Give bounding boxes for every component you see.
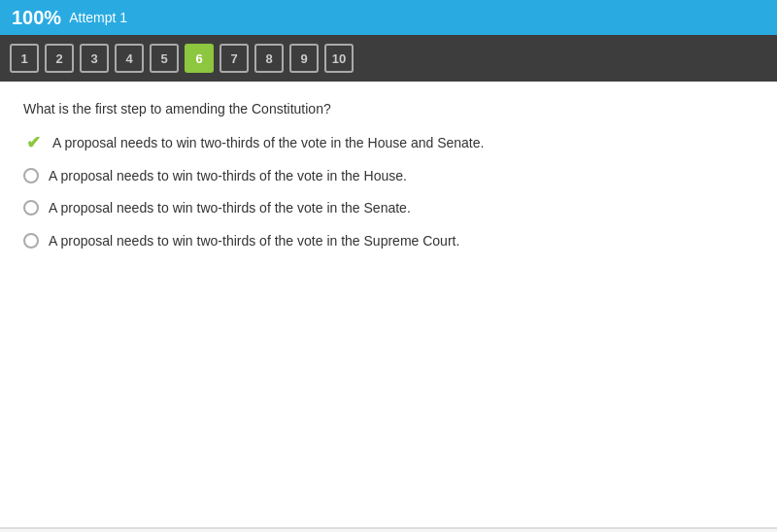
- nav-button-5[interactable]: 5: [150, 44, 179, 73]
- answer-option-4: A proposal needs to win two-thirds of th…: [23, 232, 754, 251]
- nav-button-7[interactable]: 7: [220, 44, 249, 73]
- attempt-label: Attempt 1: [69, 10, 127, 25]
- answer-text-3: A proposal needs to win two-thirds of th…: [49, 199, 411, 218]
- answer-text-2: A proposal needs to win two-thirds of th…: [49, 167, 407, 186]
- correct-checkmark-icon: ✔: [23, 133, 43, 152]
- question-text: What is the first step to amending the C…: [23, 101, 754, 116]
- nav-button-2[interactable]: 2: [45, 44, 74, 73]
- nav-button-8[interactable]: 8: [254, 44, 284, 73]
- nav-button-6[interactable]: 6: [185, 44, 214, 73]
- radio-circle-icon: [23, 233, 39, 249]
- answer-option-1: ✔A proposal needs to win two-thirds of t…: [23, 134, 754, 153]
- answer-text-4: A proposal needs to win two-thirds of th…: [49, 232, 459, 251]
- answer-text-1: A proposal needs to win two-thirds of th…: [52, 134, 484, 153]
- answer-option-3: A proposal needs to win two-thirds of th…: [23, 199, 754, 218]
- radio-circle-icon: [23, 168, 39, 183]
- answers-list: ✔A proposal needs to win two-thirds of t…: [23, 134, 754, 250]
- header-bar: 100% Attempt 1: [0, 0, 777, 35]
- footer-bar: ✓ Submitted: [0, 528, 777, 532]
- radio-circle-icon: [23, 200, 39, 216]
- nav-button-9[interactable]: 9: [289, 44, 319, 73]
- nav-button-3[interactable]: 3: [80, 44, 109, 73]
- question-nav-bar: 12345678910: [0, 35, 777, 82]
- nav-button-1[interactable]: 1: [10, 44, 39, 73]
- main-content: What is the first step to amending the C…: [0, 82, 777, 528]
- nav-button-4[interactable]: 4: [115, 44, 144, 73]
- score-display: 100%: [12, 7, 61, 29]
- nav-button-10[interactable]: 10: [324, 44, 354, 73]
- answer-option-2: A proposal needs to win two-thirds of th…: [23, 167, 754, 186]
